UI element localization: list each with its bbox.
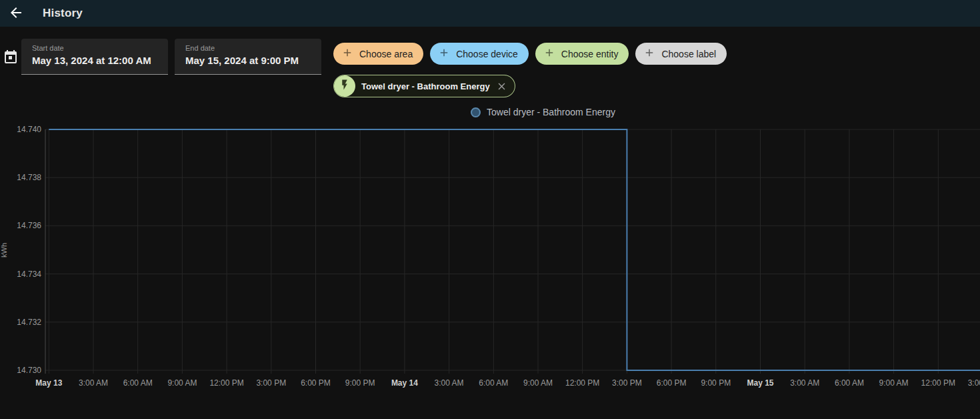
x-tick-label: 3:00 AM (790, 378, 819, 388)
flash-icon (339, 79, 351, 93)
entity-chip-label: Towel dryer - Bathroom Energy (361, 81, 490, 91)
app-header: History (0, 0, 980, 27)
end-date-field[interactable]: End date May 15, 2024 at 9:00 PM (175, 39, 321, 75)
plus-icon (643, 47, 655, 61)
plus-icon (438, 47, 450, 61)
start-date-label: Start date (32, 44, 157, 52)
x-tick-label: 9:00 PM (701, 378, 731, 388)
x-tick-label: 9:00 AM (167, 378, 197, 388)
chip-label: Choose area (359, 49, 413, 59)
chip-label: Choose device (456, 49, 518, 59)
plus-icon (341, 47, 353, 61)
x-tick-label: 6:00 PM (657, 378, 687, 388)
x-tick-label: 12:00 PM (921, 378, 955, 388)
chip-label: Choose entity (561, 49, 619, 59)
x-tick-label: 9:00 AM (879, 378, 909, 388)
x-tick-label: 6:00 AM (835, 378, 864, 388)
back-button[interactable] (8, 5, 24, 21)
choose-area-chip[interactable]: Choose area (333, 43, 423, 65)
entity-avatar (334, 75, 355, 97)
selected-entity-chip[interactable]: Towel dryer - Bathroom Energy (333, 75, 515, 97)
x-tick-label: 6:00 AM (123, 378, 153, 388)
chip-label: Choose label (661, 49, 716, 59)
page-title: History (43, 7, 83, 20)
x-tick-label: May 13 (35, 378, 62, 388)
legend-label: Towel dryer - Bathroom Energy (487, 107, 615, 117)
x-tick-label: 12:00 PM (209, 378, 243, 388)
y-tick-label: 14.736 (17, 221, 41, 230)
x-tick-label: 6:00 PM (301, 378, 331, 388)
choose-device-chip[interactable]: Choose device (430, 43, 529, 65)
x-tick-label: 3:00 PM (612, 378, 642, 388)
y-tick-label: 14.732 (17, 318, 41, 327)
legend-item[interactable]: Towel dryer - Bathroom Energy (471, 107, 615, 117)
x-tick-label: May 14 (391, 378, 418, 388)
plus-icon (543, 47, 555, 61)
arrow-left-icon (8, 5, 24, 23)
y-tick-label: 14.738 (17, 173, 41, 182)
x-tick-label: 6:00 AM (479, 378, 508, 388)
y-tick-label: 14.740 (17, 125, 41, 134)
end-date-value: May 15, 2024 at 9:00 PM (185, 55, 311, 66)
start-date-field[interactable]: Start date May 13, 2024 at 12:00 AM (21, 39, 168, 75)
x-tick-label: 3:00 AM (79, 378, 108, 388)
y-axis-unit-label: kWh (0, 243, 8, 258)
start-date-value: May 13, 2024 at 12:00 AM (32, 55, 157, 66)
x-tick-label: 3:00 PM (968, 378, 980, 388)
close-icon[interactable] (496, 80, 508, 92)
x-tick-label: 9:00 PM (345, 378, 375, 388)
choose-label-chip[interactable]: Choose label (635, 43, 727, 65)
x-tick-label: 9:00 AM (523, 378, 553, 388)
calendar-icon (3, 49, 19, 65)
choose-entity-chip[interactable]: Choose entity (535, 43, 629, 65)
y-tick-label: 14.730 (17, 366, 41, 375)
filter-chips-row: Choose areaChoose deviceChoose entityCho… (333, 43, 727, 65)
x-tick-label: 12:00 PM (565, 378, 599, 388)
y-tick-label: 14.734 (17, 270, 41, 279)
x-tick-label: 3:00 PM (256, 378, 286, 388)
legend-marker-icon (471, 107, 481, 117)
x-tick-label: 3:00 AM (435, 378, 464, 388)
x-tick-label: May 15 (747, 378, 773, 388)
end-date-label: End date (185, 44, 311, 52)
series-line (49, 129, 980, 370)
